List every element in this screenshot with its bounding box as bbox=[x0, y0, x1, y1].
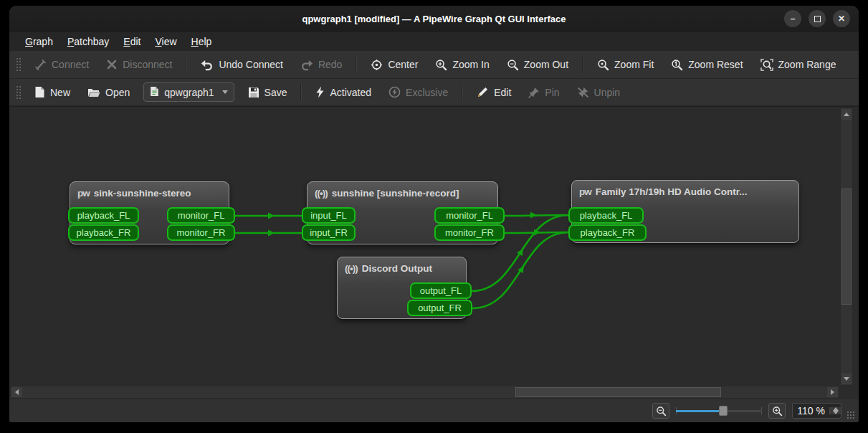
minimize-button[interactable]: – bbox=[784, 10, 801, 27]
pin-button[interactable]: Pin bbox=[520, 82, 567, 103]
undo-connect-button[interactable]: Undo Connect bbox=[193, 54, 291, 75]
node-header: ((•))sunshine [sunshine-record] bbox=[307, 182, 497, 201]
vertical-scrollbar-thumb[interactable] bbox=[841, 189, 852, 305]
connection-cable[interactable] bbox=[505, 232, 568, 233]
port-sunshine-input_FL[interactable]: input_FL bbox=[302, 207, 356, 224]
port-sunshine-monitor_FL[interactable]: monitor_FL bbox=[434, 207, 505, 224]
save-button[interactable]: Save bbox=[240, 82, 295, 103]
connection-arrow-icon bbox=[517, 247, 525, 256]
port-sink-sunshine-stereo-playback_FL[interactable]: playback_FL bbox=[68, 207, 139, 224]
connection-arrow-icon bbox=[534, 229, 540, 235]
toolbar-separator bbox=[582, 56, 583, 73]
zoom-fit-button[interactable]: Zoom Fit bbox=[589, 54, 662, 75]
connection-arrow-icon bbox=[518, 265, 526, 273]
port-family-hd-audio-playback_FL[interactable]: playback_FL bbox=[568, 207, 644, 224]
menu-view[interactable]: View bbox=[148, 34, 183, 49]
port-sunshine-monitor_FR[interactable]: monitor_FR bbox=[434, 224, 505, 241]
port-discord-output-output_FL[interactable]: output_FL bbox=[410, 282, 472, 299]
port-sink-sunshine-stereo-monitor_FR[interactable]: monitor_FR bbox=[167, 224, 235, 241]
zoom-slider-fill bbox=[676, 410, 723, 412]
zoom-slider[interactable] bbox=[676, 405, 762, 417]
toolbar-file: New Open qpwgraph1 Save Activated bbox=[9, 79, 859, 106]
port-sink-sunshine-stereo-playback_FR[interactable]: playback_FR bbox=[68, 224, 139, 241]
graph-layer: pwsink-sunshine-stereoplayback_FLplaybac… bbox=[10, 108, 839, 386]
connect-icon bbox=[34, 59, 47, 71]
redo-icon bbox=[300, 59, 313, 71]
connection-arrow-icon bbox=[268, 230, 275, 237]
toolbar-separator bbox=[356, 56, 357, 73]
maximize-icon bbox=[814, 16, 821, 22]
toolbar-handle[interactable] bbox=[15, 57, 21, 72]
close-button[interactable]: ✕ bbox=[833, 10, 850, 27]
undo-icon bbox=[201, 59, 214, 71]
node-header: pwsink-sunshine-stereo bbox=[70, 182, 229, 201]
disconnect-icon bbox=[106, 59, 118, 70]
statusbar-zoom-out-button[interactable] bbox=[652, 403, 669, 419]
port-sink-sunshine-stereo-monitor_FL[interactable]: monitor_FL bbox=[167, 207, 235, 224]
open-button[interactable]: Open bbox=[80, 82, 138, 103]
toolbar-handle[interactable] bbox=[15, 85, 21, 100]
horizontal-scrollbar[interactable] bbox=[10, 386, 839, 399]
connections-layer bbox=[10, 108, 839, 386]
redo-button[interactable]: Redo bbox=[292, 54, 350, 75]
port-discord-output-output_FR[interactable]: output_FR bbox=[407, 300, 472, 316]
stream-icon: ((•)) bbox=[345, 263, 358, 274]
statusbar-zoom-in-button[interactable] bbox=[768, 403, 786, 419]
zoom-reset-button[interactable]: Zoom Reset bbox=[663, 54, 750, 75]
menu-edit[interactable]: Edit bbox=[116, 34, 148, 49]
scroll-right-button[interactable] bbox=[827, 387, 838, 397]
zoom-out-button[interactable]: Zoom Out bbox=[499, 54, 576, 75]
new-button[interactable]: New bbox=[27, 82, 78, 103]
stream-icon: ((•)) bbox=[315, 188, 328, 199]
zoom-range-button[interactable]: Zoom Range bbox=[753, 54, 844, 75]
window-resize-grip[interactable] bbox=[846, 411, 856, 420]
connect-button[interactable]: Connect bbox=[27, 54, 97, 75]
pipewire-icon: pw bbox=[579, 186, 591, 197]
node-title-text: sunshine [sunshine-record] bbox=[332, 188, 459, 199]
chevron-down-icon bbox=[222, 90, 228, 94]
exclusive-button[interactable]: Exclusive bbox=[381, 82, 456, 103]
node-header: ((•))Discord Output bbox=[338, 257, 466, 277]
menu-help[interactable]: Help bbox=[184, 34, 219, 49]
title-bar[interactable]: qpwgraph1 [modified] — A PipeWire Graph … bbox=[9, 6, 859, 32]
menu-graph[interactable]: Graph bbox=[18, 34, 60, 49]
zoom-spinbox[interactable]: 110 % bbox=[792, 403, 841, 419]
center-button[interactable]: Center bbox=[363, 54, 426, 75]
vertical-scrollbar[interactable] bbox=[840, 108, 853, 386]
node-title-text: sink-sunshine-stereo bbox=[94, 188, 191, 199]
connection-cable[interactable] bbox=[505, 215, 568, 216]
patchbay-selector[interactable]: qpwgraph1 bbox=[143, 82, 234, 102]
horizontal-scrollbar-thumb[interactable] bbox=[515, 387, 721, 397]
arrow-down-icon bbox=[844, 377, 849, 381]
connection-arrow-icon bbox=[530, 211, 537, 218]
scroll-left-button[interactable] bbox=[11, 387, 22, 397]
node-title-text: Discord Output bbox=[362, 263, 432, 274]
menu-patchbay[interactable]: Patchbay bbox=[60, 34, 116, 49]
toolbar-separator bbox=[186, 56, 187, 73]
scroll-up-button[interactable] bbox=[841, 109, 852, 120]
graph-viewport[interactable]: pwsink-sunshine-stereoplayback_FLplaybac… bbox=[10, 108, 839, 386]
scroll-down-button[interactable] bbox=[841, 373, 852, 384]
zoom-slider-handle[interactable] bbox=[719, 406, 728, 416]
minimize-icon: – bbox=[791, 14, 796, 24]
toolbar-separator bbox=[462, 84, 463, 101]
maximize-button[interactable] bbox=[809, 10, 826, 27]
patchbay-file-icon bbox=[150, 86, 159, 99]
arrow-down-icon bbox=[833, 411, 839, 414]
zoom-range-icon bbox=[760, 59, 773, 71]
port-family-hd-audio-playback_FR[interactable]: playback_FR bbox=[568, 224, 647, 241]
node-header: pwFamily 17h/19h HD Audio Contr... bbox=[572, 181, 798, 200]
edit-pencil-icon bbox=[477, 86, 489, 98]
unpin-button[interactable]: Unpin bbox=[569, 82, 629, 103]
exclusive-bolt-icon bbox=[388, 86, 401, 98]
spin-down-button[interactable] bbox=[830, 411, 841, 414]
window-title: qpwgraph1 [modified] — A PipeWire Graph … bbox=[302, 14, 566, 24]
center-icon bbox=[371, 59, 383, 71]
disconnect-button[interactable]: Disconnect bbox=[98, 54, 180, 75]
graph-canvas[interactable]: pwsink-sunshine-stereoplayback_FLplaybac… bbox=[9, 106, 859, 399]
pipewire-icon: pw bbox=[77, 188, 90, 199]
port-sunshine-input_FR[interactable]: input_FR bbox=[302, 224, 356, 241]
activated-button[interactable]: Activated bbox=[307, 82, 379, 103]
edit-button[interactable]: Edit bbox=[469, 82, 519, 103]
zoom-in-button[interactable]: Zoom In bbox=[427, 54, 497, 75]
